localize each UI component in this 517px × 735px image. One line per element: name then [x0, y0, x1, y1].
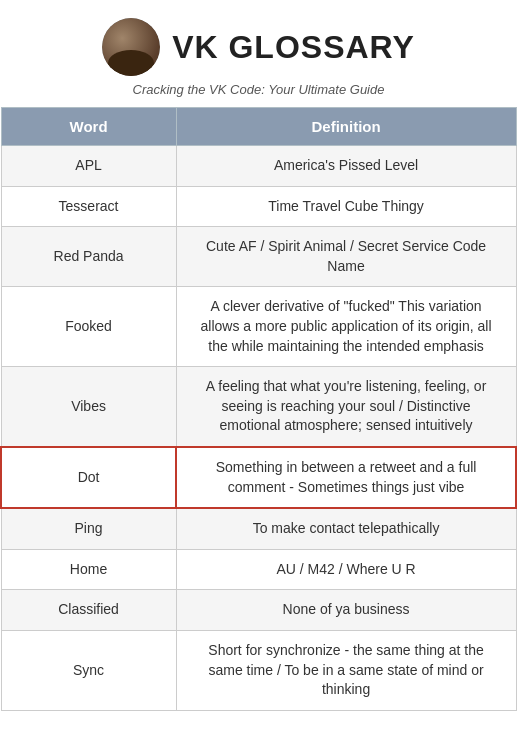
table-header-row: Word Definition: [1, 108, 516, 146]
table-cell-word: Red Panda: [1, 227, 176, 287]
table-cell-definition: To make contact telepathically: [176, 508, 516, 549]
page-subtitle: Cracking the VK Code: Your Ultimate Guid…: [0, 82, 517, 107]
glossary-table: Word Definition APLAmerica's Pissed Leve…: [0, 107, 517, 711]
table-row: VibesA feeling that what you're listenin…: [1, 367, 516, 447]
table-cell-word: Fooked: [1, 287, 176, 367]
table-row: TesseractTime Travel Cube Thingy: [1, 186, 516, 227]
table-cell-definition: None of ya business: [176, 590, 516, 631]
table-row: APLAmerica's Pissed Level: [1, 146, 516, 187]
table-row: PingTo make contact telepathically: [1, 508, 516, 549]
page-header: VK GLOSSARY: [0, 0, 517, 82]
table-cell-definition: America's Pissed Level: [176, 146, 516, 187]
page-container: VK GLOSSARY Cracking the VK Code: Your U…: [0, 0, 517, 731]
table-cell-definition: A feeling that what you're listening, fe…: [176, 367, 516, 447]
table-cell-definition: AU / M42 / Where U R: [176, 549, 516, 590]
table-row: HomeAU / M42 / Where U R: [1, 549, 516, 590]
table-cell-word: Vibes: [1, 367, 176, 447]
table-row: DotSomething in between a retweet and a …: [1, 447, 516, 508]
table-cell-word: Ping: [1, 508, 176, 549]
table-row: FookedA clever derivative of "fucked" Th…: [1, 287, 516, 367]
table-cell-word: Dot: [1, 447, 176, 508]
table-row: SyncShort for synchronize - the same thi…: [1, 630, 516, 710]
table-cell-word: Tesseract: [1, 186, 176, 227]
table-cell-definition: Short for synchronize - the same thing a…: [176, 630, 516, 710]
table-cell-word: Classified: [1, 590, 176, 631]
col-header-word: Word: [1, 108, 176, 146]
avatar: [102, 18, 160, 76]
table-cell-definition: Cute AF / Spirit Animal / Secret Service…: [176, 227, 516, 287]
table-cell-definition: A clever derivative of "fucked" This var…: [176, 287, 516, 367]
table-cell-word: Sync: [1, 630, 176, 710]
page-title: VK GLOSSARY: [172, 29, 415, 66]
col-header-definition: Definition: [176, 108, 516, 146]
table-row: Red PandaCute AF / Spirit Animal / Secre…: [1, 227, 516, 287]
table-cell-definition: Something in between a retweet and a ful…: [176, 447, 516, 508]
table-cell-word: APL: [1, 146, 176, 187]
table-cell-word: Home: [1, 549, 176, 590]
table-row: ClassifiedNone of ya business: [1, 590, 516, 631]
table-cell-definition: Time Travel Cube Thingy: [176, 186, 516, 227]
